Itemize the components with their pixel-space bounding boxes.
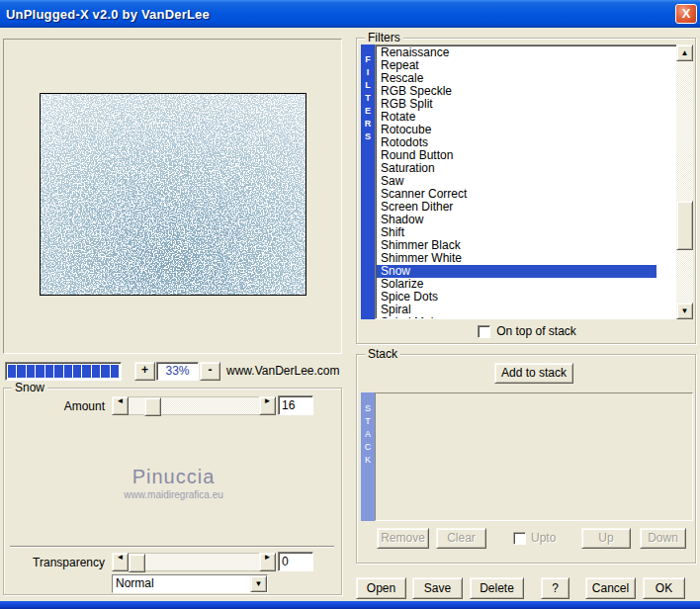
snow-group-label: Snow (12, 381, 47, 394)
stack-list[interactable] (375, 392, 693, 521)
zoom-in-button[interactable]: + (134, 362, 155, 381)
progress-segment (73, 365, 81, 378)
upto-label: Upto (531, 531, 556, 545)
scroll-up-icon[interactable]: ▲ (676, 44, 693, 61)
ok-button[interactable]: OK (643, 577, 685, 599)
title-bar[interactable]: UnPlugged-X v2.0 by VanDerLee X (0, 0, 700, 28)
watermark-site: www.maidiregrafica.eu (4, 489, 343, 500)
amount-decrease-arrow[interactable]: ◄ (112, 396, 129, 415)
progress-segment (17, 365, 25, 378)
delete-button[interactable]: Delete (470, 577, 524, 599)
stack-vertical-label: STACK (361, 392, 375, 521)
help-button[interactable]: ? (541, 577, 569, 599)
filter-item[interactable]: Saturation (377, 162, 690, 175)
filter-item[interactable]: Spice Dots (377, 291, 690, 304)
progress-segment (36, 365, 44, 378)
progress-segment (92, 365, 100, 378)
stack-group: Stack Add to stack STACK Remove Clear Up… (356, 354, 696, 564)
filter-item[interactable]: Shadow (377, 214, 690, 226)
filters-list[interactable]: RenaissanceRepeatRescaleRGB SpeckleRGB S… (375, 44, 691, 319)
progress-segment (82, 365, 90, 378)
up-button[interactable]: Up (581, 528, 631, 549)
amount-value-input[interactable]: 16 (278, 395, 313, 415)
upto-row: Upto (513, 531, 556, 545)
progress-segment (8, 365, 16, 378)
filter-item[interactable]: Shimmer White (377, 252, 690, 265)
transparency-value-input[interactable]: 0 (278, 552, 313, 571)
amount-row: Amount ◄ ► 16 (4, 396, 341, 416)
scroll-down-icon[interactable]: ▼ (676, 303, 693, 319)
progress-segment (101, 365, 109, 378)
amount-label: Amount (6, 399, 105, 413)
unplugged-x-dialog: UnPlugged-X v2.0 by VanDerLee X (0, 0, 700, 609)
transparency-label: Transparency (6, 556, 105, 569)
stack-group-label: Stack (365, 347, 400, 361)
close-button[interactable]: X (675, 4, 697, 24)
progress-segment (45, 365, 53, 378)
progress-segment (111, 365, 119, 378)
cancel-button[interactable]: Cancel (585, 577, 636, 599)
transparency-decrease-arrow[interactable]: ◄ (112, 553, 129, 571)
filter-item[interactable]: RGB Split (377, 98, 690, 111)
progress-bar (5, 362, 122, 381)
amount-increase-arrow[interactable]: ► (259, 396, 276, 415)
filters-scrollbar[interactable]: ▲ ▼ (676, 44, 693, 319)
add-to-stack-button[interactable]: Add to stack (494, 363, 573, 384)
down-button[interactable]: Down (640, 528, 686, 549)
preview-image[interactable] (40, 93, 306, 296)
remove-button[interactable]: Remove (377, 528, 429, 549)
progress-segment (64, 365, 72, 378)
filter-item[interactable]: Screen Dither (377, 201, 690, 214)
on-top-of-stack-checkbox[interactable] (478, 325, 490, 338)
upto-checkbox[interactable] (513, 532, 526, 545)
filters-group: Filters FILTERS RenaissanceRepeatRescale… (356, 38, 696, 344)
chevron-down-icon[interactable]: ▼ (250, 575, 267, 592)
window-title: UnPlugged-X v2.0 by VanDerLee (0, 7, 210, 22)
transparency-slider-track[interactable] (129, 553, 259, 571)
blend-mode-dropdown[interactable]: Normal ▼ (112, 574, 268, 593)
scrollbar-thumb[interactable] (676, 201, 693, 250)
transparency-increase-arrow[interactable]: ► (259, 553, 276, 571)
separator-line (10, 546, 334, 548)
zoom-level-value: 33% (156, 362, 199, 381)
transparency-row: Transparency ◄ ► 0 (4, 553, 341, 572)
progress-segment (27, 365, 35, 378)
filters-vertical-label: FILTERS (361, 44, 375, 319)
window-bottom-border (0, 599, 700, 609)
amount-slider-track[interactable] (129, 396, 259, 415)
preview-panel (3, 39, 342, 354)
vanderlee-site-label: www.VanDerLee.com (226, 364, 340, 378)
scrollbar-track[interactable] (676, 61, 693, 303)
filter-item[interactable]: Spiral Maker (377, 316, 690, 319)
blend-mode-selected-value: Normal (113, 575, 250, 592)
progress-segment (54, 365, 62, 378)
watermark-name: Pinuccia (4, 466, 343, 488)
filters-group-label: Filters (365, 31, 403, 44)
zoom-controls: + 33% - www.VanDerLee.com (0, 360, 342, 384)
snow-group: Snow Amount ◄ ► 16 Pinuccia www.maidireg… (3, 388, 342, 595)
stack-buttons-row: Remove Clear Upto Up Down (357, 528, 697, 550)
filter-item[interactable]: Renaissance (377, 46, 690, 59)
transparency-slider-thumb[interactable] (129, 554, 145, 572)
bottom-buttons-row: Open Save Delete ? Cancel OK (351, 577, 700, 599)
filter-item[interactable]: Repeat (377, 59, 690, 72)
clear-button[interactable]: Clear (436, 528, 486, 549)
amount-slider-thumb[interactable] (144, 397, 161, 416)
open-button[interactable]: Open (356, 577, 406, 599)
on-top-of-stack-row: On top of stack (357, 324, 697, 338)
on-top-of-stack-label: On top of stack (496, 324, 576, 338)
zoom-out-button[interactable]: - (200, 362, 220, 381)
save-button[interactable]: Save (412, 577, 463, 599)
